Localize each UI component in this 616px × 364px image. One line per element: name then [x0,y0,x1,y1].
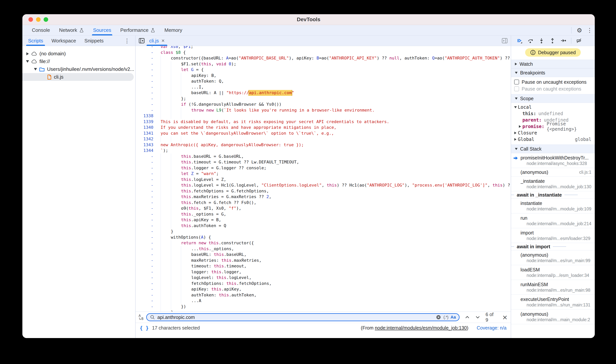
line-gutter[interactable]: - [136,78,158,84]
call-stack-frame[interactable]: runnode:internal/m...module_job:214 [511,213,595,228]
call-stack-frame[interactable]: executeUserEntryPointnode:internal/m...s… [511,295,595,310]
line-gutter[interactable]: - [136,310,158,312]
step-over-icon[interactable] [526,36,535,45]
chevron-down-icon[interactable] [25,60,29,63]
line-gutter[interactable]: - [136,263,158,269]
line-gutter[interactable]: 1344 [136,148,158,154]
call-stack-frame[interactable]: promiseInitHookWithDestroyTr...node:inte… [511,153,595,168]
section-breakpoints[interactable]: Breakpoints [511,68,595,77]
line-gutter[interactable]: - [136,102,158,107]
line-gutter[interactable]: - [136,246,158,252]
line-gutter[interactable]: 1342 [136,136,158,142]
search-input[interactable]: api.anthropic.com (.*) Aa [146,313,460,321]
chevron-down-icon[interactable] [33,68,38,70]
scope-group-local[interactable]: Local [511,104,595,110]
navigator-tab-scripts[interactable]: Scripts [24,36,47,46]
main-tab-performance[interactable]: Performance [116,25,160,35]
line-gutter[interactable]: - [136,46,158,50]
tree-item-cli-js[interactable]: cli.js [22,73,134,81]
line-gutter[interactable]: - [136,50,158,55]
minimize-window-button[interactable] [36,17,41,22]
line-gutter[interactable]: - [136,240,158,246]
call-stack-frame[interactable]: loadESMnode:internal/p.../esm_loader:34 [511,265,595,280]
format-icon[interactable]: { } [140,325,149,331]
deactivate-breakpoints-icon[interactable] [574,36,584,45]
line-gutter[interactable]: - [136,182,158,188]
chevron-right-icon[interactable] [518,125,522,128]
main-tab-network[interactable]: Network [55,25,88,35]
call-stack-frame[interactable]: instantiatenode:internal/m...module_job:… [511,199,595,213]
chevron-right-icon[interactable] [25,52,29,55]
line-gutter[interactable]: - [136,67,158,73]
line-gutter[interactable]: - [136,258,158,263]
line-gutter[interactable]: - [136,90,158,96]
previous-match-icon[interactable] [464,314,470,320]
line-gutter[interactable]: - [136,298,158,304]
line-gutter[interactable]: - [136,223,158,229]
tree-item-users-jinhuilee-nvm-versions-node-v2-[interactable]: Users/jinhuilee/.nvm/versions/node/v2... [22,65,135,73]
line-gutter[interactable]: 1339 [136,119,158,125]
line-gutter[interactable]: - [136,269,158,275]
close-search-icon[interactable]: × [502,314,508,320]
line-gutter[interactable]: 1340 [136,125,158,130]
chevron-right-icon[interactable] [513,132,518,134]
line-gutter[interactable]: - [136,154,158,159]
line-gutter[interactable]: 1343 [136,142,158,148]
line-gutter[interactable]: - [136,304,158,310]
section-call-stack[interactable]: Call Stack [511,144,595,153]
line-gutter[interactable]: - [136,55,158,61]
step-icon[interactable] [559,36,568,45]
next-match-icon[interactable] [475,314,481,320]
line-gutter[interactable]: - [136,292,158,298]
line-gutter[interactable]: - [136,252,158,258]
tab-cli-js[interactable]: cli.js × [145,36,169,46]
line-gutter[interactable]: - [136,177,158,182]
settings-gear-icon[interactable]: ⚙ [574,26,585,35]
code-editor[interactable]: -var Xs0, $F1;-class $8 {-constructor({b… [136,46,511,312]
navigator-tab-snippets[interactable]: Snippets [80,36,108,46]
collapse-navigator-icon[interactable] [138,37,145,44]
tree-item-file-[interactable]: file:// [22,58,135,65]
line-gutter[interactable]: - [136,159,158,165]
scope-property-promise[interactable]: promise:Promise {<pending>} [511,123,595,130]
call-stack-frame[interactable]: (anonymous)cli.js:1 [511,168,595,177]
checkbox[interactable] [514,79,519,84]
expand-sidebar-icon[interactable] [501,37,508,44]
navigator-more-icon[interactable]: ⋮ [122,36,132,45]
line-gutter[interactable]: 1341 [136,130,158,136]
chevron-down-icon[interactable] [513,106,518,108]
line-gutter[interactable]: - [136,84,158,90]
line-gutter[interactable]: - [136,73,158,78]
source-origin-link[interactable]: node:internal/modules/esm/module_job:130 [375,325,467,330]
close-window-button[interactable] [28,17,33,22]
call-stack-frame[interactable]: (anonymous)node:internal/m...main_module… [511,310,595,324]
step-into-icon[interactable] [536,36,546,45]
line-gutter[interactable]: - [136,234,158,240]
line-gutter[interactable]: - [136,206,158,211]
step-out-icon[interactable] [547,36,557,45]
match-case-toggle-icon[interactable]: Aa [451,315,456,320]
scope-group-global[interactable]: Globalglobal [511,136,595,143]
tab-close-icon[interactable]: × [161,38,164,44]
call-stack-frame[interactable]: (anonymous)node:internal/m...es/run_main… [511,250,595,265]
section-watch[interactable]: Watch [511,60,595,68]
chevron-right-icon[interactable] [513,138,518,141]
zoom-window-button[interactable] [44,17,48,22]
call-stack-frame[interactable]: importnode:internal/m...esm/loader:329 [511,228,595,243]
main-tab-sources[interactable]: Sources [89,25,116,35]
call-stack-frame[interactable]: runMainESMnode:internal/m...es/run_main:… [511,280,595,295]
line-gutter[interactable]: - [136,188,158,194]
clear-search-icon[interactable] [436,314,441,320]
more-options-icon[interactable]: ⋮ [585,26,595,35]
call-stack-frame[interactable]: _instantiatenode:internal/m...module_job… [511,177,595,191]
navigator-tab-workspace[interactable]: Workspace [47,36,80,46]
scope-property-this[interactable]: this:undefined [511,110,595,117]
line-gutter[interactable]: - [136,61,158,67]
main-tab-memory[interactable]: Memory [160,25,187,35]
line-gutter[interactable]: - [136,286,158,292]
line-gutter[interactable]: - [136,275,158,281]
line-gutter[interactable]: 1338 [136,113,158,119]
line-gutter[interactable]: - [136,171,158,177]
replace-toggle-icon[interactable]: A↳B [139,314,146,320]
regex-toggle-icon[interactable]: (.*) [443,315,448,320]
